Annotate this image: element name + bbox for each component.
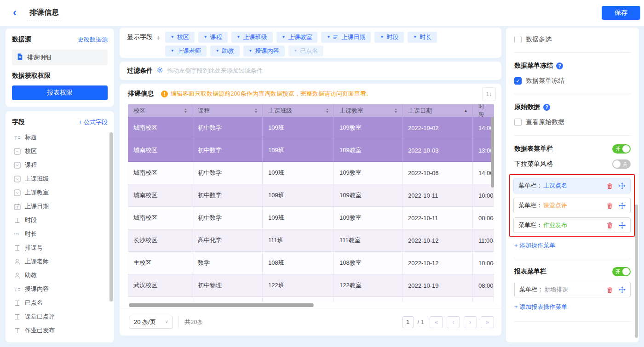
page-size-select[interactable]: 20 条/页 ˅ — [129, 316, 173, 329]
trash-icon[interactable] — [606, 182, 613, 189]
move-icon[interactable] — [619, 222, 626, 229]
field-item[interactable]: 课堂已点评 — [12, 310, 108, 324]
field-item[interactable]: 已点名 — [12, 296, 108, 310]
change-datasource-link[interactable]: 更改数据源 — [78, 35, 108, 44]
sort-both-icon[interactable]: ▲▼ — [184, 108, 187, 114]
display-field-chip[interactable]: ▼时长 — [408, 32, 437, 43]
add-action-menu-link[interactable]: + 添加操作菜单 — [514, 241, 631, 250]
gear-icon[interactable] — [156, 67, 163, 75]
chip-label: 已点名 — [300, 47, 318, 55]
sort-both-icon[interactable]: ▲▼ — [254, 108, 258, 114]
dropdown-style-toggle[interactable]: 关 — [612, 159, 631, 169]
table-horizontal-scrollbar[interactable] — [129, 303, 314, 307]
menu-bar-item[interactable]: 菜单栏：作业发布 — [513, 217, 631, 233]
display-field-chip[interactable]: ▼上课日期 — [321, 32, 371, 43]
menu-bar-item[interactable]: 菜单栏：上课点名 — [513, 178, 631, 193]
first-page-button[interactable]: « — [430, 316, 443, 328]
menu-item-name: 新增排课 — [544, 285, 568, 294]
display-field-chip[interactable]: ▼上课班级 — [231, 32, 273, 43]
display-field-chip[interactable]: ▼授课内容 — [243, 46, 285, 57]
table-header-cell[interactable]: 时段 — [473, 104, 494, 117]
table-header-cell[interactable]: 上课班级▲▼ — [263, 104, 334, 117]
datasource-item[interactable]: 排课明细 — [12, 50, 108, 65]
move-icon[interactable] — [619, 202, 626, 209]
add-formula-field-link[interactable]: + 公式字段 — [79, 118, 108, 126]
sort-asc-icon[interactable]: ▲ — [464, 108, 468, 113]
prev-page-button[interactable]: ‹ — [447, 316, 460, 328]
menu-freeze-checkbox[interactable]: ✓ — [514, 77, 522, 85]
field-item[interactable]: 上课教室 — [12, 186, 108, 199]
sort-both-icon[interactable]: ▲▼ — [394, 108, 397, 114]
table-header-cell[interactable]: 校区▲▼ — [128, 104, 192, 117]
field-item[interactable]: 排课号 — [12, 241, 108, 255]
chip-label: 上课日期 — [341, 33, 365, 41]
field-item[interactable]: 校区 — [12, 144, 108, 158]
table-row[interactable]: 城南校区初中数学109班109教室2022-10-0614:00-1 — [128, 162, 494, 184]
save-button[interactable]: 保存 — [602, 6, 640, 20]
page-number-input[interactable]: 1 — [402, 316, 414, 328]
display-field-chip[interactable]: ▼上课老师 — [165, 46, 207, 57]
field-item[interactable]: 助教 — [12, 268, 108, 282]
help-icon[interactable]: ? — [556, 63, 563, 69]
table-header-cell[interactable]: 上课教室▲▼ — [334, 104, 402, 117]
display-field-chip[interactable]: ▼已点名 — [288, 46, 324, 57]
menu-bar-item[interactable]: 菜单栏：新增排课 — [514, 282, 631, 297]
table-vertical-scrollbar[interactable] — [491, 117, 494, 188]
raw-data-checkbox-row[interactable]: 查看原始数据 — [514, 118, 631, 127]
pagination-bar: 20 条/页 ˅ 共20条 1 / 1 « ‹ › » — [120, 308, 501, 336]
trash-icon[interactable] — [606, 286, 613, 293]
field-item[interactable]: 上课老师 — [12, 255, 108, 268]
settings-scrollbar[interactable] — [635, 205, 638, 338]
multi-select-checkbox-row[interactable]: 数据多选 — [514, 35, 631, 44]
field-item[interactable]: 课程 — [12, 158, 108, 172]
back-icon[interactable]: ‹ — [13, 7, 17, 18]
report-permission-button[interactable]: 报表权限 — [12, 85, 108, 100]
field-item[interactable]: 上课班级 — [12, 172, 108, 186]
table-row[interactable]: 武汉校区初中物理122班122教室2022-10-1908:00-0 — [128, 274, 494, 297]
menu-freeze-checkbox-row[interactable]: ✓ 数据菜单冻结 — [514, 76, 631, 85]
trash-icon[interactable] — [606, 222, 613, 229]
fields-scrollbar[interactable] — [109, 132, 113, 301]
add-display-field-icon[interactable]: + — [156, 34, 161, 41]
add-report-menu-link[interactable]: + 添加报表操作菜单 — [514, 303, 631, 311]
sort-both-icon[interactable]: ▲▼ — [326, 108, 329, 114]
field-item[interactable]: 时段 — [12, 213, 108, 227]
display-field-chip[interactable]: ▼上课教室 — [276, 32, 318, 43]
table-row[interactable]: 城南校区初中数学109班109教室2022-10-0214:00-1 — [128, 117, 494, 139]
table-sort-button[interactable]: 1↓ — [482, 87, 496, 101]
display-field-chip[interactable]: ▼课程 — [198, 32, 228, 43]
display-field-chip[interactable]: ▼助教 — [210, 46, 240, 57]
multi-select-checkbox[interactable] — [514, 36, 522, 43]
table-row[interactable]: 长沙校区高中化学111班111教室2022-10-1211:00-1 — [128, 229, 494, 252]
help-icon[interactable]: ? — [543, 104, 550, 111]
filter-panel[interactable]: 过滤条件 拖动左侧字段到此处来添加过滤条件 — [120, 62, 501, 80]
move-icon[interactable] — [619, 286, 626, 293]
table-row[interactable]: 主校区数学108班108教室2022-10-1210:00-1 — [128, 252, 494, 274]
table-row[interactable]: 城南校区初中数学109班109教室2022-10-1108:00-0 — [128, 207, 494, 229]
table-menu-toggle[interactable]: 开 — [612, 144, 631, 154]
field-item[interactable]: 123时长 — [12, 227, 108, 241]
field-item[interactable]: 7上课日期 — [12, 199, 108, 213]
next-page-button[interactable]: › — [464, 316, 477, 328]
raw-data-checkbox[interactable] — [514, 119, 522, 126]
caret-down-icon: ▼ — [204, 35, 207, 39]
field-item[interactable]: T授课内容 — [12, 282, 108, 296]
last-page-button[interactable]: » — [481, 316, 494, 328]
table-row[interactable]: 城南校区初中数学109班109教室2022-10-1110:00-1 — [128, 184, 494, 207]
field-item[interactable]: 作业已发布 — [12, 324, 108, 337]
table-row[interactable]: 城南校区初中数学109班109教室2022-10-0313:00-1 — [128, 139, 494, 162]
caret-down-icon: ▼ — [282, 35, 286, 39]
table-header-cell[interactable]: 上课日期▲ — [402, 104, 473, 117]
menu-bar-item[interactable]: 菜单栏：课堂点评 — [513, 198, 631, 213]
table-header-cell[interactable]: 课程▲▼ — [192, 104, 263, 117]
move-icon[interactable] — [619, 182, 626, 189]
display-field-chip[interactable]: ▼时段 — [374, 32, 404, 43]
report-menu-toggle[interactable]: 开 — [612, 267, 631, 276]
field-list: T标题校区课程上课班级上课教室7上课日期时段123时长排课号上课老师助教T授课内… — [12, 131, 108, 337]
trash-icon[interactable] — [606, 202, 613, 209]
display-field-chip[interactable]: ▼校区 — [165, 32, 195, 43]
menu-item-name: 课堂点评 — [543, 201, 567, 210]
field-item[interactable]: T标题 — [12, 131, 108, 144]
total-pages: / 1 — [418, 319, 424, 325]
table-cell: 108教室 — [334, 252, 402, 274]
